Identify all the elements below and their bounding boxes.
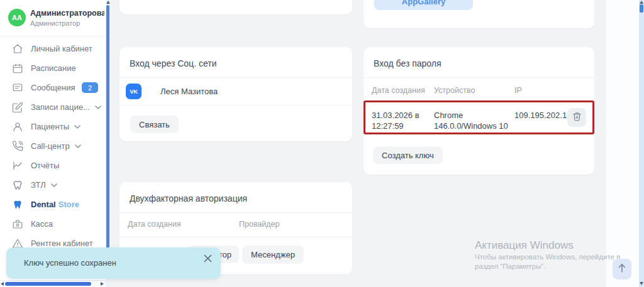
- page-vertical-scrollbar-track[interactable]: [639, 0, 644, 287]
- key-date-cell: 31.03.2026 в 12:27:59: [372, 110, 419, 131]
- column-header-device: Устройство: [434, 86, 475, 95]
- chart-icon: [12, 160, 23, 171]
- column-header-date: Дата создания: [372, 86, 425, 95]
- right-toolbar: [606, 0, 639, 287]
- top-left-card-partial: [119, 0, 352, 14]
- column-header-ip: IP: [514, 86, 522, 95]
- user-header[interactable]: AA Администраторова1 А Администратор: [0, 0, 106, 36]
- page-scroll-up-arrow-icon[interactable]: [640, 1, 643, 4]
- scroll-right-arrow-icon[interactable]: [101, 282, 104, 286]
- page-vertical-scrollbar-thumb[interactable]: [640, 4, 643, 13]
- chevron-down-icon: [95, 102, 101, 112]
- arrow-up-icon: [618, 263, 626, 275]
- divider: [119, 77, 352, 78]
- column-header-date: Дата создания: [128, 220, 181, 229]
- page-scroll-down-arrow-icon[interactable]: [640, 282, 643, 285]
- user-name: Администраторова1 А: [30, 9, 104, 18]
- sidebar-item-personal-cabinet[interactable]: Личный кабинет: [0, 39, 106, 58]
- sidebar-item-label: Dental: [31, 200, 56, 209]
- social-login-card: Вход через Соц. сети VK Леся Мазитова Св…: [119, 47, 352, 141]
- divider: [364, 77, 594, 78]
- sidebar-menu: Личный кабинет Расписание Сообщения 2 За…: [0, 39, 106, 253]
- vk-icon: VK: [126, 84, 142, 99]
- top-right-card-partial: AppGallery: [364, 0, 594, 28]
- link-social-button[interactable]: Связать: [130, 116, 179, 133]
- divider: [119, 212, 352, 213]
- appgallery-button[interactable]: AppGallery: [374, 0, 473, 10]
- sidebar-item-label: Call-центр: [31, 141, 70, 151]
- toast-message: Ключ успешно сохранен: [24, 258, 116, 268]
- card-title: Вход без пароля: [364, 47, 594, 77]
- close-icon: [204, 254, 212, 264]
- sidebar-horizontal-scrollbar-thumb[interactable]: [5, 282, 91, 286]
- key-row-highlighted: 31.03.2026 в 12:27:59 Chrome 146.0.0/Win…: [364, 100, 594, 134]
- tooth-filled-icon: [12, 199, 23, 210]
- chevron-down-icon: [75, 141, 81, 151]
- key-ip-cell: 109.195.202.123: [514, 110, 576, 121]
- sidebar-item-messages[interactable]: Сообщения 2: [0, 78, 106, 97]
- phone-call-icon: [12, 141, 23, 152]
- avatar: AA: [8, 9, 26, 26]
- calendar-icon: [12, 63, 23, 74]
- sidebar-item-dental-store[interactable]: Dental Store: [0, 195, 106, 214]
- sidebar-item-ztl[interactable]: ЗТЛ: [0, 175, 106, 195]
- sidebar-item-cash-desk[interactable]: Касса: [0, 214, 106, 234]
- vk-account-name: Леся Мазитова: [160, 86, 218, 97]
- windows-activation-line2: раздел “Параметры”.: [475, 263, 545, 270]
- sidebar-item-call-center[interactable]: Call-центр: [0, 136, 106, 156]
- chat-icon: [12, 82, 23, 94]
- sidebar-item-label: Отчёты: [31, 161, 59, 170]
- windows-activation-line1: Чтобы активировать Windows, перейдите в: [475, 253, 620, 261]
- edit-icon: [12, 102, 23, 113]
- user-role: Администратор: [30, 19, 80, 27]
- sidebar-item-label: Рентген кабинет: [31, 239, 93, 248]
- chevron-down-icon: [51, 180, 57, 190]
- sidebar-item-label: Пациенты: [31, 122, 69, 131]
- sidebar-item-reports[interactable]: Отчёты: [0, 156, 106, 175]
- trash-icon: [572, 112, 582, 123]
- cash-register-icon: [12, 219, 23, 230]
- provider-messenger-button[interactable]: Месенджер: [242, 246, 304, 264]
- sidebar-item-patient-records[interactable]: Записи пацие...: [0, 97, 106, 117]
- vk-account-row: VK Леся Мазитова: [126, 82, 218, 100]
- divider: [119, 237, 352, 237]
- sidebar-item-label: Записи пацие...: [31, 102, 90, 112]
- toast-notification: Ключ успешно сохранен: [6, 247, 221, 279]
- sidebar-item-label: Расписание: [31, 63, 76, 73]
- chevron-down-icon: [74, 122, 80, 131]
- toast-close-button[interactable]: [202, 254, 213, 265]
- person-icon: [12, 121, 23, 133]
- tooth-icon: [12, 180, 23, 191]
- scroll-up-arrow-icon[interactable]: [106, 1, 110, 4]
- sidebar-item-label: Касса: [31, 219, 53, 229]
- sidebar-item-label: Store: [58, 200, 79, 209]
- card-title: Двухфакторная авторизация: [119, 182, 352, 212]
- sidebar-item-patients[interactable]: Пациенты: [0, 117, 106, 136]
- delete-key-button[interactable]: [567, 108, 586, 127]
- sidebar-item-schedule[interactable]: Расписание: [0, 58, 106, 78]
- sidebar-item-label: ЗТЛ: [31, 180, 46, 190]
- windows-activation-title: Активация Windows: [475, 239, 574, 252]
- sidebar: AA Администраторова1 А Администратор Лич…: [0, 0, 106, 287]
- card-title: Вход через Соц. сети: [119, 47, 352, 77]
- scroll-left-arrow-icon[interactable]: [1, 282, 4, 286]
- home-icon: [12, 43, 23, 55]
- passwordless-card: Вход без пароля Дата создания Устройство…: [364, 47, 594, 175]
- key-device-cell: Chrome 146.0.0/Windows 10: [434, 110, 508, 131]
- column-header-provider: Провайдер: [239, 220, 280, 229]
- scroll-to-top-button[interactable]: [613, 259, 631, 279]
- sidebar-vertical-scrollbar-thumb[interactable]: [106, 5, 109, 271]
- create-key-button[interactable]: Создать ключ: [373, 146, 443, 164]
- sidebar-item-label: Личный кабинет: [31, 44, 92, 53]
- divider: [119, 105, 352, 106]
- messages-badge: 2: [82, 82, 98, 93]
- sidebar-item-label: Сообщения: [31, 83, 75, 92]
